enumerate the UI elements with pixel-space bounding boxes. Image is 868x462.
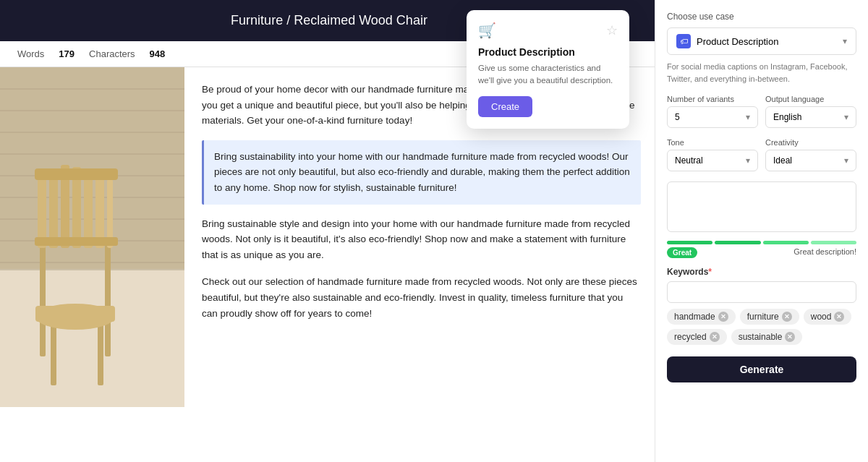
tag-label-furniture: furniture [747,312,779,322]
use-case-value: Product Description [697,36,778,47]
text-block-4: Check out our selection of handmade furn… [202,274,641,321]
progress-segment-1 [667,241,712,244]
tag-close-furniture[interactable]: ✕ [782,312,792,322]
svg-rect-17 [35,306,115,322]
chars-label: Characters [89,48,135,59]
progress-labels: Great Great description! [667,247,856,258]
tone-value: Neutral [675,155,703,166]
tone-creativity-row: Tone Neutral ▾ Creativity Ideal ▾ [667,138,856,171]
creativity-label: Creativity [765,138,856,147]
text-block-3: Bring sustainable style and design into … [202,216,641,263]
variants-select[interactable]: 5 ▾ [667,106,758,128]
language-select[interactable]: English ▾ [765,106,856,128]
tag-wood: wood ✕ [804,309,852,325]
svg-rect-13 [105,241,111,356]
svg-rect-10 [0,270,184,407]
svg-rect-22 [84,170,93,248]
use-case-select[interactable]: 🏷 Product Description ▾ [667,27,856,55]
create-button[interactable]: Create [478,96,532,117]
creativity-select[interactable]: Ideal ▾ [765,150,856,171]
progress-segment-4 [811,241,856,244]
progress-segment-2 [715,241,760,244]
star-icon[interactable]: ☆ [606,22,618,38]
language-group: Output language English ▾ [765,95,856,128]
variants-value: 5 [675,112,680,122]
variants-group: Number of variants 5 ▾ [667,95,758,128]
tag-recycled: recycled ✕ [667,329,727,345]
words-label: Words [17,48,44,59]
select-left: 🏷 Product Description [676,34,778,48]
description-textarea[interactable] [667,181,856,232]
tag-close-wood[interactable]: ✕ [834,312,844,322]
tooltip-header: 🛒 ☆ [478,22,618,39]
progress-segment-3 [763,241,809,244]
tag-label-recycled: recycled [674,332,707,342]
right-sidebar: Choose use case 🏷 Product Description ▾ … [655,0,868,462]
creativity-group: Creativity Ideal ▾ [765,138,856,171]
variants-label: Number of variants [667,95,758,103]
chevron-down-icon-creative: ▾ [844,155,848,166]
svg-rect-25 [35,168,118,180]
keywords-input[interactable] [667,281,856,303]
keywords-label: Keywords* [667,267,856,277]
tooltip-description: Give us some characteristics and we'll g… [478,62,618,87]
progress-bar [667,241,856,244]
chevron-down-icon: ▾ [843,36,847,46]
tone-select[interactable]: Neutral ▾ [667,150,758,171]
tag-close-recycled[interactable]: ✕ [710,332,720,342]
svg-rect-26 [35,237,118,246]
use-case-icon: 🏷 [676,34,691,48]
svg-rect-23 [95,174,104,248]
tag-label-sustainable: sustainable [739,332,783,342]
language-value: English [773,112,801,122]
tag-close-sustainable[interactable]: ✕ [785,332,795,342]
progress-desc: Great description! [793,247,856,258]
tooltip-title: Product Description [478,46,618,58]
tag-furniture: furniture ✕ [740,309,799,325]
language-label: Output language [765,95,856,103]
cart-icon: 🛒 [478,22,496,39]
text-block-highlighted: Bring sustainability into your home with… [202,140,641,205]
tag-label-handmade: handmade [674,312,715,322]
generate-button[interactable]: Generate [667,356,856,382]
tag-handmade: handmade ✕ [667,309,736,325]
keywords-required: * [708,267,712,277]
breadcrumb: Furniture / Reclaimed Wood Chair [231,13,427,28]
creativity-value: Ideal [773,155,792,166]
tone-label: Tone [667,138,758,147]
variants-language-row: Number of variants 5 ▾ Output language E… [667,95,856,128]
tooltip-card: 🛒 ☆ Product Description Give us some cha… [467,10,629,129]
tone-group: Tone Neutral ▾ [667,138,758,171]
tag-sustainable: sustainable ✕ [731,329,803,345]
use-case-label: Choose use case [667,12,856,22]
use-case-desc: For social media captions on Instagram, … [667,61,856,85]
tag-close-handmade[interactable]: ✕ [718,312,728,322]
chevron-down-icon-variants: ▾ [746,112,750,122]
product-image [0,67,184,407]
svg-rect-19 [49,168,58,248]
chevron-down-icon-tone: ▾ [746,155,750,166]
badge-great: Great [667,247,697,258]
words-value: 179 [59,48,75,59]
svg-rect-12 [40,241,46,356]
tags-container: handmade ✕ furniture ✕ wood ✕ recycled ✕… [667,309,856,345]
chars-value: 948 [150,48,166,59]
chevron-down-icon-lang: ▾ [844,112,848,122]
tag-label-wood: wood [811,312,832,322]
